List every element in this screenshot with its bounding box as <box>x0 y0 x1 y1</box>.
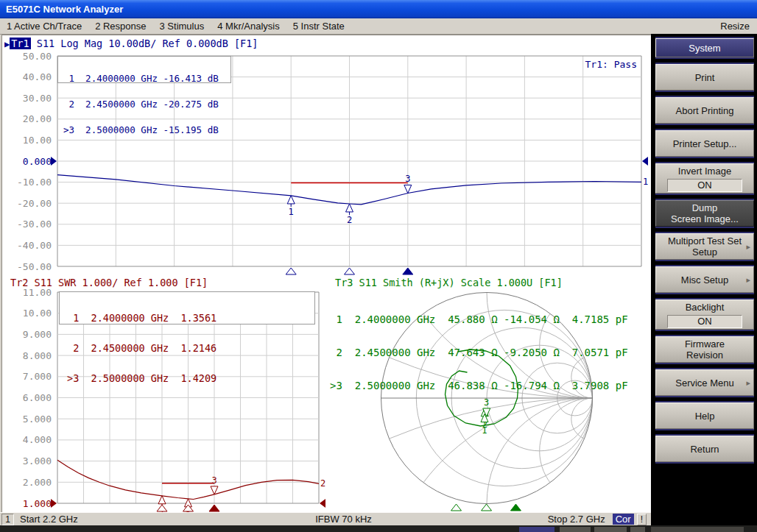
svg-text:3: 3 <box>405 174 410 184</box>
svg-text:8.000: 8.000 <box>23 350 52 361</box>
menu-mkr-analysis[interactable]: 4 Mkr/Analysis <box>211 21 286 32</box>
start-frequency: Start 2.2 GHz <box>20 514 78 525</box>
tr1-marker-row: >3 2.5000000 GHz -15.195 dB <box>63 126 230 135</box>
menu-active-ch-trace[interactable]: 1 Active Ch/Trace <box>0 21 88 32</box>
correction-badge: Cor <box>613 514 634 525</box>
sidebar-button-help[interactable]: Help <box>655 401 754 430</box>
svg-text:0.000: 0.000 <box>23 156 52 167</box>
tr1-badge: Tr1 <box>10 38 30 49</box>
channel-indicator: 1 <box>1 514 14 525</box>
sidebar-title: System <box>655 37 754 59</box>
tr3-marker-row: 2 2.4500000 GHz 47.643 Ω -9.2050 Ω 7.057… <box>330 347 628 358</box>
window-title: E5071C Network Analyzer <box>6 4 123 15</box>
svg-text:2: 2 <box>320 478 325 489</box>
svg-text:10.00: 10.00 <box>23 135 52 146</box>
svg-text:50.00: 50.00 <box>23 52 52 62</box>
svg-text:3.000: 3.000 <box>23 455 52 467</box>
tr1-marker-row: 1 2.4000000 GHz -16.413 dB <box>63 74 230 83</box>
e5071c-application-window: E5071C Network Analyzer 1 Active Ch/Trac… <box>0 0 757 532</box>
ifbw-indicator: IFBW 70 kHz <box>315 514 372 525</box>
svg-text:2.000: 2.000 <box>23 477 52 488</box>
svg-text:4.000: 4.000 <box>23 434 52 445</box>
sidebar-button-return[interactable]: Return <box>655 434 754 464</box>
window-title-bar: E5071C Network Analyzer <box>0 0 757 18</box>
tr1-limit-pass-indicator: Tr1: Pass <box>563 59 637 70</box>
tr3-marker-row: 1 2.4000000 GHz 45.880 Ω -14.054 Ω 4.718… <box>330 314 628 325</box>
taskbar-clock-area <box>651 527 744 532</box>
sidebar-button-multiport-test-set-setup[interactable]: Multiport Test SetSetup ▸ <box>655 232 754 261</box>
svg-text:30.00: 30.00 <box>23 93 52 104</box>
sidebar-button-misc-setup[interactable]: Misc Setup ▸ <box>655 265 754 294</box>
sidebar-button-printer-setup[interactable]: Printer Setup... <box>655 129 754 158</box>
tr3-marker-row: >3 2.5000000 GHz 46.838 Ω -16.794 Ω 3.79… <box>330 380 628 391</box>
sidebar-button-service-menu[interactable]: Service Menu ▸ <box>655 368 754 397</box>
tr3-marker-readout: 1 2.4000000 GHz 45.880 Ω -14.054 Ω 4.718… <box>330 292 628 414</box>
taskbar-sliver <box>0 525 757 532</box>
svg-text:-30.00: -30.00 <box>17 219 52 230</box>
menu-bar: 1 Active Ch/Trace 2 Response 3 Stimulus … <box>0 18 757 35</box>
backlight-state: ON <box>667 315 742 328</box>
menu-resize[interactable]: Resize <box>713 21 757 32</box>
tr2-marker-row: >3 2.5000000 GHz 1.4209 <box>67 374 314 384</box>
svg-text:10.00: 10.00 <box>23 308 52 319</box>
svg-text:2: 2 <box>347 215 352 225</box>
tr3-header: Tr3 S11 Smith (R+jX) Scale 1.000U [F1] <box>335 277 563 288</box>
svg-text:-10.00: -10.00 <box>17 177 52 188</box>
svg-text:11.00: 11.00 <box>23 288 52 298</box>
svg-text:5.000: 5.000 <box>23 414 52 425</box>
taskbar-button[interactable] <box>560 527 591 532</box>
svg-text:6.000: 6.000 <box>23 392 52 403</box>
status-bar: 1 Start 2.2 GHz IFBW 70 kHz Stop 2.7 GHz… <box>0 512 651 525</box>
menu-response[interactable]: 2 Response <box>88 21 152 32</box>
menu-stimulus[interactable]: 3 Stimulus <box>153 21 211 32</box>
tr2-header: Tr2 S11 SWR 1.000/ Ref 1.000 [F1] <box>10 277 208 288</box>
submenu-arrow-icon: ▸ <box>746 242 750 252</box>
svg-text:40.00: 40.00 <box>23 71 52 82</box>
svg-text:-50.00: -50.00 <box>17 261 52 272</box>
sidebar-button-dump-screen-image[interactable]: DumpScreen Image... <box>655 199 754 228</box>
softkey-sidebar: System Print Abort Printing Printer Setu… <box>651 34 757 525</box>
alert-indicator: ! <box>637 514 647 525</box>
svg-text:-20.00: -20.00 <box>17 198 52 209</box>
menu-instr-state[interactable]: 5 Instr State <box>286 21 351 32</box>
taskbar-button[interactable] <box>630 527 645 532</box>
svg-text:7.000: 7.000 <box>23 371 52 382</box>
svg-text:20.00: 20.00 <box>23 113 52 124</box>
tr1-marker-row: 2 2.4500000 GHz -20.275 dB <box>63 100 230 109</box>
tr2-marker-readout: 1 2.4000000 GHz 1.3561 2 2.4500000 GHz 1… <box>59 291 315 324</box>
svg-text:1: 1 <box>643 177 648 187</box>
svg-text:9.000: 9.000 <box>23 329 52 340</box>
svg-text:-40.00: -40.00 <box>17 240 52 251</box>
tr1-marker-readout: 1 2.4000000 GHz -16.413 dB 2 2.4500000 G… <box>57 56 231 83</box>
sidebar-button-backlight[interactable]: Backlight ON <box>655 298 754 331</box>
tr2-marker-row: 2 2.4500000 GHz 1.2146 <box>67 344 314 354</box>
tr2-marker-row: 1 2.4000000 GHz 1.3561 <box>67 313 314 324</box>
sidebar-button-invert-image[interactable]: Invert Image ON <box>655 162 754 195</box>
invert-image-state: ON <box>667 179 742 192</box>
tr1-header-text: S11 Log Mag 10.00dB/ Ref 0.000dB [F1] <box>37 38 258 49</box>
svg-text:1: 1 <box>482 425 487 436</box>
tr1-header: ▶Tr1 S11 Log Mag 10.00dB/ Ref 0.000dB [F… <box>4 38 258 49</box>
svg-text:1.000: 1.000 <box>23 498 52 509</box>
submenu-arrow-icon: ▸ <box>746 378 750 388</box>
taskbar-button[interactable] <box>519 527 554 532</box>
sidebar-button-abort-printing[interactable]: Abort Printing <box>655 96 754 125</box>
stop-frequency: Stop 2.7 GHz <box>548 514 605 525</box>
svg-text:1: 1 <box>289 207 294 217</box>
taskbar-button[interactable] <box>594 527 627 532</box>
sidebar-button-print[interactable]: Print <box>655 63 754 92</box>
sidebar-button-firmware-revision[interactable]: FirmwareRevision <box>655 335 754 364</box>
svg-text:3: 3 <box>211 475 216 486</box>
submenu-arrow-icon: ▸ <box>746 275 750 285</box>
